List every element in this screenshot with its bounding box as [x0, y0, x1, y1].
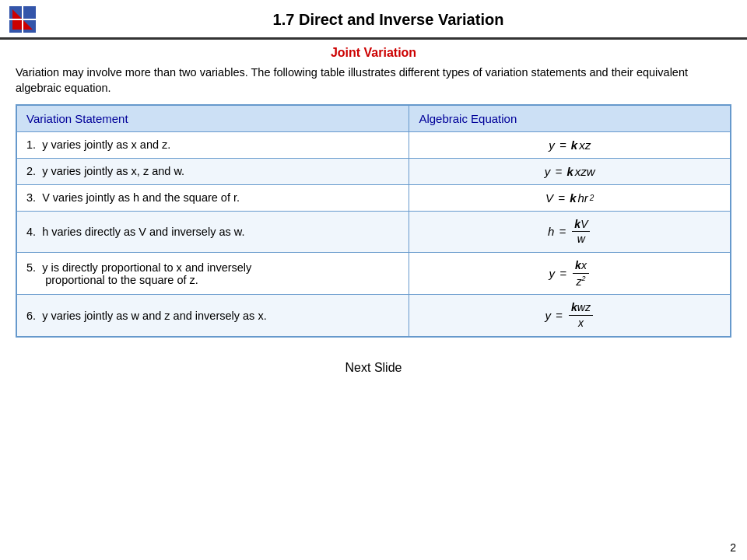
formula-6: y = kwz x — [409, 295, 731, 337]
col-header-equation: Algebraic Equation — [409, 105, 731, 132]
header-bar: 1.7 Direct and Inverse Variation — [0, 0, 747, 40]
table-row: 5. y is directly proportional to x and i… — [16, 253, 731, 295]
formula-2: y = kxzw — [409, 158, 731, 184]
table-row: 1. y varies jointly as x and z. y = kxz — [16, 131, 731, 158]
table-header-row: Variation Statement Algebraic Equation — [16, 105, 731, 132]
table-row: 6. y varies jointly as w and z and inver… — [16, 295, 731, 337]
formula-5: y = kx z2 — [409, 253, 731, 295]
formula-3: V = khr2 — [409, 184, 731, 211]
formula-1: y = kxz — [409, 131, 731, 158]
statement-4: 4. h varies directly as V and inversely … — [16, 211, 409, 253]
subtitle: Joint Variation — [0, 46, 747, 60]
intro-paragraph: Variation may involve more than two vari… — [16, 65, 731, 96]
next-slide-area: Next Slide — [0, 361, 747, 375]
table-row: 3. V varies jointly as h and the square … — [16, 184, 731, 211]
statement-5: 5. y is directly proportional to x and i… — [16, 253, 409, 295]
table-row: 2. y varies jointly as x, z and w. y = k… — [16, 158, 731, 184]
statement-2: 2. y varies jointly as x, z and w. — [16, 158, 409, 184]
table-row: 4. h varies directly as V and inversely … — [16, 211, 731, 253]
next-slide-button[interactable]: Next Slide — [345, 361, 402, 375]
page-number: 2 — [730, 541, 736, 554]
statement-1: 1. y varies jointly as x and z. — [16, 131, 409, 158]
page-title: 1.7 Direct and Inverse Variation — [37, 11, 739, 29]
logo-icon — [8, 5, 37, 34]
variation-table: Variation Statement Algebraic Equation 1… — [16, 104, 731, 338]
col-header-statement: Variation Statement — [16, 105, 409, 132]
statement-6: 6. y varies jointly as w and z and inver… — [16, 295, 409, 337]
statement-3: 3. V varies jointly as h and the square … — [16, 184, 409, 211]
formula-4: h = kV w — [409, 211, 731, 253]
